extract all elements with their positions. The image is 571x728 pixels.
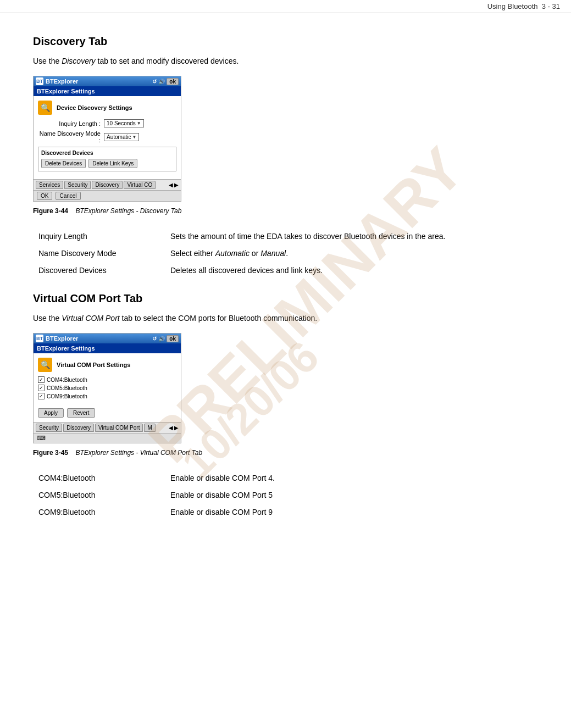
discovered-devices-group: Discovered Devices Delete Devices Delete…	[38, 147, 176, 171]
virtual-com-heading: Virtual COM Port Tab	[33, 292, 538, 305]
vtab-security[interactable]: Security	[36, 424, 62, 432]
tab-right-arrow[interactable]: ▶	[174, 182, 179, 188]
virtual-com-desc-table: COM4:Bluetooth Enable or disable COM Por…	[33, 470, 538, 521]
tab-security[interactable]: Security	[64, 181, 91, 189]
inquiry-control: 10 Seconds ▼	[104, 119, 144, 127]
com4-label: COM4:Bluetooth	[47, 377, 87, 383]
com5-desc-label: COM5:Bluetooth	[33, 487, 165, 504]
inquiry-field-row: Inquiry Length : 10 Seconds ▼	[38, 119, 176, 127]
vtab-right-arrow[interactable]: ▶	[174, 425, 179, 431]
com9-desc-text: Enable or disable COM Port 9	[165, 504, 538, 521]
delete-devices-btn[interactable]: Delete Devices	[41, 159, 86, 168]
inquiry-length-desc: Sets the amount of time the EDA takes to…	[165, 228, 538, 245]
discovery-mode-arrow: ▼	[132, 135, 136, 140]
discovery-mode-control: Automatic ▼	[104, 133, 139, 141]
inquiry-dropdown-value: 10 Seconds	[107, 120, 136, 126]
discovered-devices-desc: Deletes all discovered devices and link …	[165, 262, 538, 279]
figure-3-44-text: BTExplorer Settings - Discovery Tab	[75, 207, 181, 215]
discovery-mode-dropdown[interactable]: Automatic ▼	[104, 133, 139, 141]
apply-btn[interactable]: Apply	[38, 408, 64, 418]
discovery-mode-label: Name Discovery Mode :	[38, 130, 104, 143]
tab-arrows[interactable]: ◀ ▶	[169, 182, 179, 188]
virtual-section-title: Virtual COM Port Settings	[57, 362, 130, 368]
discovered-devices-label: Discovered Devices	[33, 262, 165, 279]
tab-left-arrow[interactable]: ◀	[169, 182, 173, 188]
com9-desc-label: COM9:Bluetooth	[33, 504, 165, 521]
discovery-bottom-bar: OK Cancel	[34, 190, 181, 201]
virtual-section-header: 🔍 Virtual COM Port Settings	[38, 358, 176, 372]
com5-label: COM5:Bluetooth	[47, 385, 87, 391]
vtab-discovery[interactable]: Discovery	[63, 424, 94, 432]
figure-3-45-caption: Figure 3-45 BTExplorer Settings - Virtua…	[33, 449, 538, 457]
bt-logo-icon: BT	[36, 77, 43, 85]
vtab-left-arrow[interactable]: ◀	[169, 425, 173, 431]
page-header: Using Bluetooth 3 - 31	[0, 0, 571, 13]
virtual-tabs-bar: Security Discovery Virtual COM Port M ◀ …	[34, 422, 181, 433]
titlebar-left: BT BTExplorer	[36, 77, 78, 85]
name-discovery-desc: Select either Automatic or Manual.	[165, 245, 538, 262]
com5-desc-text: Enable or disable COM Port 5	[165, 487, 538, 504]
name-discovery-label: Name Discovery Mode	[33, 245, 165, 262]
virtual-titlebar-app-name: BTExplorer	[46, 335, 78, 342]
inquiry-length-label: Inquiry Length	[33, 228, 165, 245]
com9-checkbox[interactable]: ✓	[38, 393, 45, 399]
tab-services[interactable]: Services	[36, 181, 63, 189]
tab-discovery[interactable]: Discovery	[92, 181, 123, 189]
sound-icon: 🔊	[158, 79, 165, 85]
keyboard-icon: ⌨	[37, 435, 46, 442]
virtual-titlebar: BT BTExplorer ↺ 🔊 ok	[34, 334, 181, 343]
page-number: 3 - 31	[542, 2, 560, 10]
virtual-com-intro: Use the Virtual COM Port tab to select t…	[33, 313, 538, 324]
com4-desc-text: Enable or disable COM Port 4.	[165, 470, 538, 487]
delete-link-btn[interactable]: Delete Link Keys	[88, 159, 137, 168]
refresh-icon: ↺	[152, 79, 157, 85]
bottom-cancel-btn[interactable]: Cancel	[56, 192, 80, 200]
discovery-section-title: Device Discovery Settings	[57, 104, 132, 111]
com9-label: COM9:Bluetooth	[47, 393, 87, 399]
discovered-devices-buttons: Delete Devices Delete Link Keys	[41, 159, 173, 168]
titlebar-icons: ↺ 🔊 ok	[152, 78, 179, 85]
virtual-ok-title-btn[interactable]: ok	[167, 335, 179, 342]
inquiry-dropdown[interactable]: 10 Seconds ▼	[104, 119, 144, 127]
virtual-body: 🔍 Virtual COM Port Settings ✓ COM4:Bluet…	[34, 353, 181, 422]
discovered-devices-legend: Discovered Devices	[41, 150, 173, 156]
discovery-mode-value: Automatic	[107, 134, 131, 140]
vtab-arrows[interactable]: ◀ ▶	[169, 425, 179, 431]
discovery-subheader: BTExplorer Settings	[34, 86, 181, 96]
virtual-bt-logo-icon: BT	[36, 335, 43, 342]
virtual-subheader: BTExplorer Settings	[34, 343, 181, 353]
inquiry-length-row: Inquiry Length Sets the amount of time t…	[33, 228, 538, 245]
com4-checkbox-item: ✓ COM4:Bluetooth	[38, 376, 176, 383]
tab-virtual-co[interactable]: Virtual CO	[124, 181, 156, 189]
com5-desc-row: COM5:Bluetooth Enable or disable COM Por…	[33, 487, 538, 504]
com9-desc-row: COM9:Bluetooth Enable or disable COM Por…	[33, 504, 538, 521]
inquiry-label: Inquiry Length :	[38, 120, 104, 127]
vtab-m[interactable]: M	[144, 424, 155, 432]
inquiry-dropdown-arrow: ▼	[137, 121, 141, 126]
revert-btn[interactable]: Revert	[67, 408, 95, 418]
apply-revert-row: Apply Revert	[38, 408, 176, 418]
figure-3-44-caption: Figure 3-44 BTExplorer Settings - Discov…	[33, 207, 538, 215]
discovery-tab-intro: Use the Discovery tab to set and modify …	[33, 55, 538, 67]
virtual-icon: 🔍	[38, 358, 52, 372]
vtab-virtual-com[interactable]: Virtual COM Port	[95, 424, 143, 432]
com9-checkbox-item: ✓ COM9:Bluetooth	[38, 393, 176, 399]
name-discovery-row: Name Discovery Mode Select either Automa…	[33, 245, 538, 262]
com4-desc-label: COM4:Bluetooth	[33, 470, 165, 487]
discovery-tab-heading: Discovery Tab	[33, 35, 538, 48]
virtual-titlebar-icons: ↺ 🔊 ok	[152, 335, 179, 342]
figure-3-44-num: Figure 3-44	[33, 207, 68, 215]
discovery-body: 🔍 Device Discovery Settings Inquiry Leng…	[34, 96, 181, 179]
com5-checkbox[interactable]: ✓	[38, 385, 45, 391]
virtual-bottom-bar: ⌨	[34, 433, 181, 443]
com4-checkbox[interactable]: ✓	[38, 376, 45, 383]
discovery-section-header: 🔍 Device Discovery Settings	[38, 101, 176, 115]
ok-title-btn[interactable]: ok	[167, 78, 179, 85]
com5-checkbox-item: ✓ COM5:Bluetooth	[38, 385, 176, 391]
bottom-ok-btn[interactable]: OK	[37, 192, 52, 200]
virtual-titlebar-left: BT BTExplorer	[36, 335, 78, 342]
discovery-desc-table: Inquiry Length Sets the amount of time t…	[33, 228, 538, 279]
discovery-icon: 🔍	[38, 101, 52, 115]
page-content: Discovery Tab Use the Discovery tab to s…	[0, 13, 571, 551]
discovery-screenshot: BT BTExplorer ↺ 🔊 ok BTExplorer Settings…	[33, 76, 181, 202]
